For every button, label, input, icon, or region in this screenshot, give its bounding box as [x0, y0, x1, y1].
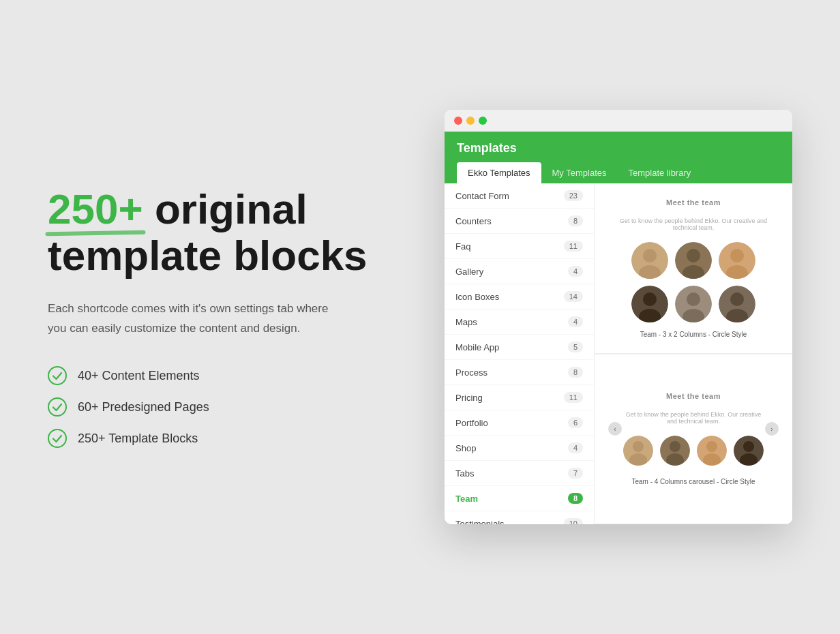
preview-card-1[interactable]: Meet the team Get to know the people beh… — [595, 183, 792, 354]
feature-item-1: 40+ Content Elements — [48, 366, 416, 385]
svg-point-2 — [48, 429, 66, 447]
svg-point-16 — [687, 292, 700, 306]
feature-item-2: 60+ Predesigned Pages — [48, 397, 416, 417]
avatar-grid-1 — [631, 242, 755, 322]
list-item-pricing[interactable]: Pricing 11 — [445, 385, 594, 410]
list-item-faq[interactable]: Faq 11 — [445, 234, 594, 259]
tab-template-library[interactable]: Template library — [618, 162, 702, 183]
avatar-c2-4 — [734, 436, 764, 466]
list-item-team[interactable]: Team 8 — [445, 486, 594, 511]
svg-point-0 — [48, 367, 66, 384]
svg-point-10 — [730, 249, 744, 262]
svg-point-28 — [706, 441, 717, 452]
preview-card-2-label: Team - 4 Columns carousel - Circle Style — [631, 478, 755, 485]
svg-point-25 — [670, 441, 680, 452]
preview-card-2[interactable]: ‹ Meet the team Get to know the people b… — [595, 354, 792, 525]
features-list: 40+ Content Elements 60+ Predesigned Pag… — [48, 366, 416, 448]
preview-card-2-title: Meet the team — [666, 392, 721, 400]
list-item-contact[interactable]: Contact Form 23 — [445, 183, 594, 209]
feature-label-3: 250+ Template Blocks — [78, 432, 198, 446]
svg-point-1 — [48, 398, 66, 416]
window-titlebar — [445, 110, 792, 132]
app-body: Contact Form 23 Counters 8 Faq 11 Galler… — [445, 183, 792, 524]
app-title: Templates — [457, 141, 780, 155]
svg-point-13 — [643, 292, 657, 306]
avatar-1 — [631, 242, 668, 279]
list-item-maps[interactable]: Maps 4 — [445, 310, 594, 335]
avatar-c2-2 — [660, 436, 690, 466]
feature-label-1: 40+ Content Elements — [78, 369, 200, 383]
headline-number: 250+ — [48, 186, 143, 232]
template-list: Contact Form 23 Counters 8 Faq 11 Galler… — [445, 183, 595, 524]
svg-point-19 — [730, 292, 744, 306]
list-item-shop[interactable]: Shop 4 — [445, 436, 594, 461]
subtitle: Each shortcode comes with it's own setti… — [48, 299, 341, 339]
app-window: Templates Ekko Templates My Templates Te… — [445, 110, 792, 524]
svg-point-31 — [743, 441, 754, 452]
avatar-2 — [675, 242, 712, 279]
titlebar-maximize-dot[interactable] — [479, 117, 487, 125]
template-preview: Meet the team Get to know the people beh… — [595, 183, 792, 524]
avatar-grid-2 — [623, 436, 764, 466]
preview-card-1-title: Meet the team — [666, 198, 721, 207]
app-tabs: Ekko Templates My Templates Template lib… — [457, 162, 780, 183]
list-item-counters[interactable]: Counters 8 — [445, 209, 594, 234]
svg-point-7 — [687, 249, 700, 262]
check-icon-1 — [48, 366, 67, 385]
list-item-portfolio[interactable]: Portfolio 6 — [445, 410, 594, 436]
check-icon-3 — [48, 429, 67, 448]
svg-point-4 — [643, 249, 657, 262]
list-item-mobileapp[interactable]: Mobile App 5 — [445, 335, 594, 360]
avatar-6 — [719, 286, 755, 322]
tab-ekko-templates[interactable]: Ekko Templates — [457, 162, 541, 183]
preview-card-2-subtitle: Get to know the people behind Ekko. Our … — [622, 411, 765, 425]
prev-arrow[interactable]: ‹ — [608, 422, 622, 436]
list-item-tabs[interactable]: Tabs 7 — [445, 461, 594, 486]
tab-my-templates[interactable]: My Templates — [541, 162, 618, 183]
avatar-4 — [631, 286, 668, 322]
feature-item-3: 250+ Template Blocks — [48, 429, 416, 448]
preview-card-1-label: Team - 3 x 2 Columns - Circle Style — [640, 331, 747, 338]
next-arrow[interactable]: › — [765, 422, 779, 436]
preview-card-1-subtitle: Get to know the people behind Ekko. Our … — [608, 217, 779, 231]
list-item-testimonials[interactable]: Testimonials 10 — [445, 511, 594, 524]
app-header: Templates Ekko Templates My Templates Te… — [445, 132, 792, 183]
headline: 250+ original template blocks — [48, 186, 416, 279]
svg-point-22 — [633, 441, 644, 452]
avatar-c2-3 — [697, 436, 727, 466]
avatar-5 — [675, 286, 712, 322]
check-icon-2 — [48, 397, 67, 417]
avatar-c2-1 — [623, 436, 653, 466]
titlebar-close-dot[interactable] — [454, 117, 462, 125]
list-item-gallery[interactable]: Gallery 4 — [445, 259, 594, 284]
avatar-3 — [719, 242, 755, 279]
list-item-iconboxes[interactable]: Icon Boxes 14 — [445, 284, 594, 310]
titlebar-minimize-dot[interactable] — [466, 117, 475, 125]
list-item-process[interactable]: Process 8 — [445, 360, 594, 385]
feature-label-2: 60+ Predesigned Pages — [78, 400, 209, 414]
left-panel: 250+ original template blocks Each short… — [48, 186, 416, 448]
right-panel: Templates Ekko Templates My Templates Te… — [445, 110, 792, 524]
